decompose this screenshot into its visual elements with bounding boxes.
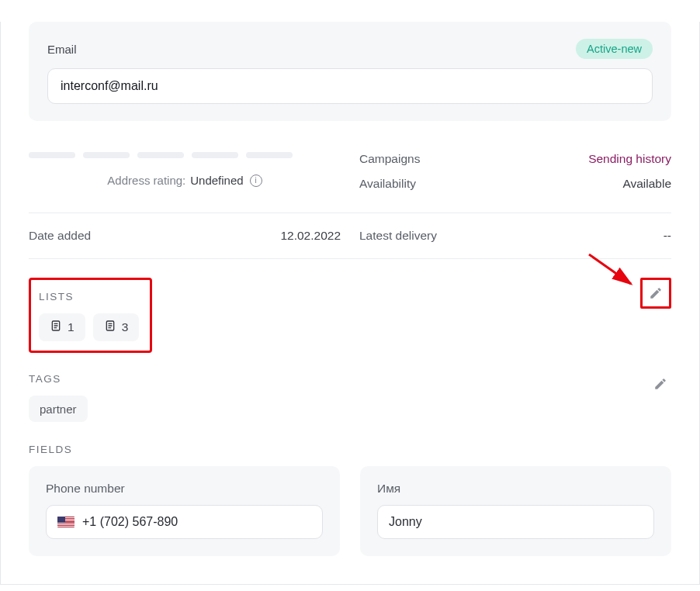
availability-value: Available [622, 177, 671, 191]
annotation-arrow [586, 250, 640, 289]
rating-bars [29, 152, 341, 158]
edit-lists-button[interactable] [645, 282, 667, 304]
tags-section: TAGS partner [29, 373, 671, 422]
sending-history-link[interactable]: Sending history [588, 152, 671, 166]
fields-section: FIELDS Phone number +1 (702) 567-890 Имя… [29, 444, 671, 556]
name-label: Имя [377, 482, 654, 496]
latest-delivery-value: -- [664, 229, 671, 243]
phone-label: Phone number [46, 482, 323, 496]
list-icon [50, 320, 62, 335]
rating-label: Address rating: [107, 174, 185, 187]
availability-label: Availability [359, 177, 416, 191]
list-icon [104, 320, 116, 335]
divider [29, 213, 671, 213]
annotation-box: LISTS 1 3 [29, 278, 152, 353]
lists-title: LISTS [39, 291, 139, 302]
list-chip-label: 1 [68, 320, 75, 334]
annotation-box [640, 278, 671, 309]
campaigns-label: Campaigns [359, 152, 420, 166]
name-value: Jonny [389, 515, 422, 529]
email-input[interactable] [47, 68, 653, 104]
tag-chip[interactable]: partner [29, 396, 88, 422]
email-label: Email [47, 43, 77, 56]
fields-title: FIELDS [29, 444, 671, 455]
date-added-label: Date added [29, 229, 91, 243]
tags-title: TAGS [29, 373, 88, 385]
field-card-phone: Phone number +1 (702) 567-890 [29, 466, 340, 556]
field-card-name: Имя Jonny [360, 466, 671, 556]
lists-section: LISTS 1 3 [29, 278, 671, 353]
edit-tags-button[interactable] [650, 373, 671, 395]
email-card: Email Active-new [29, 22, 671, 121]
flag-us-icon [57, 517, 75, 527]
svg-line-2 [589, 254, 631, 284]
list-chip-label: 3 [122, 320, 129, 334]
phone-input[interactable]: +1 (702) 567-890 [46, 505, 323, 539]
info-icon[interactable]: i [250, 175, 262, 187]
list-chip[interactable]: 3 [93, 313, 140, 341]
list-chip[interactable]: 1 [39, 313, 85, 341]
latest-delivery-label: Latest delivery [359, 229, 437, 243]
rating-value: Undefined [190, 174, 243, 187]
name-input[interactable]: Jonny [377, 505, 654, 539]
date-added-value: 12.02.2022 [280, 229, 341, 243]
status-badge: Active-new [576, 39, 653, 59]
divider [29, 258, 671, 259]
phone-value: +1 (702) 567-890 [82, 515, 178, 529]
